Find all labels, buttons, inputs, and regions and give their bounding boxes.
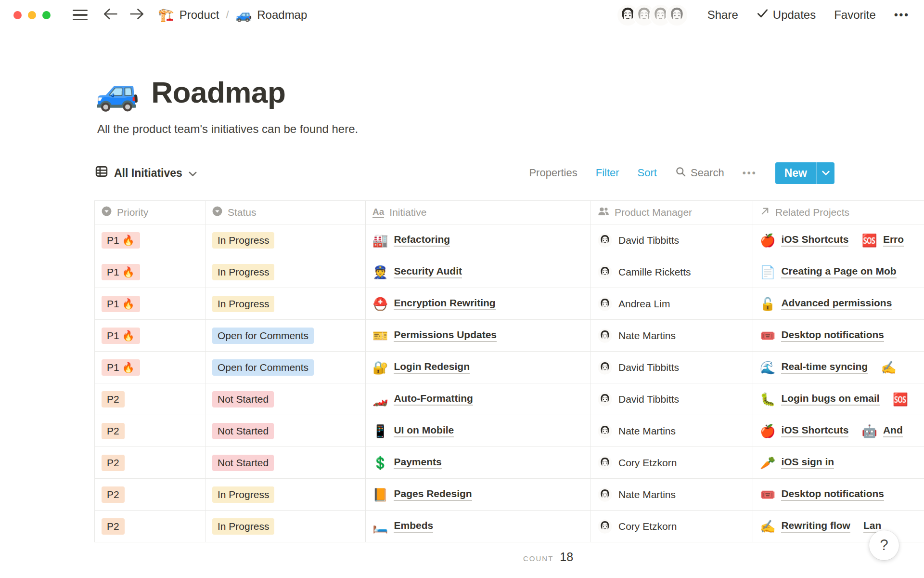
initiative-link[interactable]: 💲Payments <box>372 456 442 469</box>
initiative-link[interactable]: 🏭Refactoring <box>372 234 450 247</box>
search-button[interactable]: Search <box>675 166 724 180</box>
initiative-link[interactable]: 🔐Login Redesign <box>372 361 470 374</box>
initiative-cell[interactable]: 💲Payments <box>366 447 591 478</box>
column-header-product-manager[interactable]: Product Manager <box>591 201 753 224</box>
related-projects-cell[interactable]: 🔓Advanced permissions <box>753 288 924 319</box>
properties-button[interactable]: Properties <box>529 167 577 179</box>
new-button-dropdown[interactable] <box>816 162 834 184</box>
priority-cell[interactable]: P2 <box>94 415 205 447</box>
product-manager-cell[interactable]: Cory Etzkorn <box>591 447 753 478</box>
related-project-link[interactable]: 🔓Advanced permissions <box>760 297 892 310</box>
initiative-link[interactable]: 👮Security Audit <box>372 265 462 278</box>
related-project-link[interactable]: 📄Creating a Page on Mob <box>760 265 897 278</box>
view-more-options-button[interactable]: ••• <box>743 168 757 179</box>
related-projects-cell[interactable]: 🌊Real-time syncing✍️ <box>753 352 924 383</box>
page-icon-blue-car[interactable]: 🚙 <box>95 74 140 110</box>
related-projects-cell[interactable]: ✍️Rewriting flowLan <box>753 511 924 542</box>
status-cell[interactable]: In Progress <box>205 224 366 256</box>
favorite-button[interactable]: Favorite <box>834 8 876 22</box>
priority-cell[interactable]: P1 🔥 <box>94 352 205 383</box>
product-manager-cell[interactable]: Nate Martins <box>591 479 753 510</box>
initiative-link[interactable]: 🛏️Embeds <box>372 520 433 533</box>
column-header-initiative[interactable]: Aa Initiative <box>366 201 591 224</box>
status-cell[interactable]: Not Started <box>205 415 366 447</box>
initiative-cell[interactable]: 👮Security Audit <box>366 256 591 288</box>
filter-button[interactable]: Filter <box>596 167 619 179</box>
initiative-link[interactable]: 📱UI on Mobile <box>372 424 454 437</box>
priority-cell[interactable]: P1 🔥 <box>94 256 205 288</box>
view-switcher[interactable]: All Initiatives <box>95 165 197 181</box>
initiative-link[interactable]: ⛑️Encryption Rewriting <box>372 297 496 310</box>
status-cell[interactable]: In Progress <box>205 511 366 542</box>
initiative-cell[interactable]: 🛏️Embeds <box>366 511 591 542</box>
product-manager-cell[interactable]: David Tibbitts <box>591 352 753 383</box>
related-project-link[interactable]: 🎟️Desktop notifications <box>760 329 884 342</box>
status-cell[interactable]: Not Started <box>205 447 366 478</box>
related-projects-cell[interactable]: 📄Creating a Page on Mob <box>753 256 924 288</box>
page-description[interactable]: All the product team's initiatives can b… <box>97 122 924 136</box>
product-manager-cell[interactable]: Nate Martins <box>591 415 753 447</box>
initiative-link[interactable]: 📙Pages Redesign <box>372 488 472 501</box>
minimize-window-button[interactable] <box>28 11 36 19</box>
help-button[interactable]: ? <box>869 530 899 560</box>
related-project-link[interactable]: 🐛Login bugs on email <box>760 393 880 406</box>
column-header-status[interactable]: Status <box>205 201 366 224</box>
initiative-cell[interactable]: 🏭Refactoring <box>366 224 591 256</box>
related-project-link[interactable]: 🤖And <box>861 424 902 437</box>
count-footer[interactable]: COUNT 18 <box>523 550 924 564</box>
initiative-cell[interactable]: 🔐Login Redesign <box>366 352 591 383</box>
column-header-priority[interactable]: Priority <box>94 201 205 224</box>
more-options-button[interactable]: ••• <box>894 9 910 21</box>
product-manager-cell[interactable]: Camille Ricketts <box>591 256 753 288</box>
status-cell[interactable]: In Progress <box>205 288 366 319</box>
related-project-link[interactable]: 🎟️Desktop notifications <box>760 488 884 501</box>
related-projects-cell[interactable]: 🎟️Desktop notifications <box>753 320 924 351</box>
priority-cell[interactable]: P2 <box>94 511 205 542</box>
updates-button[interactable]: Updates <box>757 8 816 22</box>
zoom-window-button[interactable] <box>42 11 51 19</box>
product-manager-cell[interactable]: Andrea Lim <box>591 288 753 319</box>
status-cell[interactable]: Open for Comments <box>205 352 366 383</box>
priority-cell[interactable]: P2 <box>94 383 205 415</box>
related-projects-cell[interactable]: 🍎iOS Shortcuts🆘Erro <box>753 224 924 256</box>
column-header-related-projects[interactable]: Related Projects <box>753 201 924 224</box>
related-projects-cell[interactable]: 🐛Login bugs on email🆘 <box>753 383 924 415</box>
new-button[interactable]: New <box>775 162 816 184</box>
status-cell[interactable]: In Progress <box>205 256 366 288</box>
related-project-link[interactable]: 🆘 <box>893 393 908 406</box>
priority-cell[interactable]: P2 <box>94 447 205 478</box>
priority-cell[interactable]: P2 <box>94 479 205 510</box>
related-project-link[interactable]: ✍️ <box>881 361 896 374</box>
page-title[interactable]: Roadmap <box>151 75 285 109</box>
initiative-cell[interactable]: ⛑️Encryption Rewriting <box>366 288 591 319</box>
sidebar-menu-icon[interactable] <box>73 10 88 21</box>
priority-cell[interactable]: P1 🔥 <box>94 224 205 256</box>
related-projects-cell[interactable]: 🎟️Desktop notifications <box>753 479 924 510</box>
initiative-cell[interactable]: 📙Pages Redesign <box>366 479 591 510</box>
initiative-cell[interactable]: 📱UI on Mobile <box>366 415 591 447</box>
breadcrumb-item-roadmap[interactable]: 🚙 Roadmap <box>236 8 308 22</box>
priority-cell[interactable]: P1 🔥 <box>94 320 205 351</box>
share-button[interactable]: Share <box>707 8 738 22</box>
back-arrow-icon[interactable] <box>103 8 118 22</box>
initiative-cell[interactable]: 🏎️Auto-Formatting <box>366 383 591 415</box>
related-project-link[interactable]: 🆘Erro <box>861 234 904 247</box>
initiative-cell[interactable]: 🎫Permissions Updates <box>366 320 591 351</box>
breadcrumb-item-product[interactable]: 🏗️ Product <box>158 8 219 22</box>
initiative-link[interactable]: 🎫Permissions Updates <box>372 329 497 342</box>
status-cell[interactable]: Open for Comments <box>205 320 366 351</box>
related-projects-cell[interactable]: 🥕iOS sign in <box>753 447 924 478</box>
collaborator-avatar[interactable] <box>666 4 688 26</box>
close-window-button[interactable] <box>13 11 22 19</box>
status-cell[interactable]: Not Started <box>205 383 366 415</box>
related-project-link[interactable]: 🍎iOS Shortcuts <box>760 234 848 247</box>
related-project-link[interactable]: 🌊Real-time syncing <box>760 361 868 374</box>
priority-cell[interactable]: P1 🔥 <box>94 288 205 319</box>
related-project-link[interactable]: 🥕iOS sign in <box>760 456 834 469</box>
related-projects-cell[interactable]: 🍎iOS Shortcuts🤖And <box>753 415 924 447</box>
related-project-link[interactable]: ✍️Rewriting flow <box>760 520 850 533</box>
product-manager-cell[interactable]: Cory Etzkorn <box>591 511 753 542</box>
sort-button[interactable]: Sort <box>638 167 657 179</box>
product-manager-cell[interactable]: David Tibbitts <box>591 383 753 415</box>
product-manager-cell[interactable]: Nate Martins <box>591 320 753 351</box>
